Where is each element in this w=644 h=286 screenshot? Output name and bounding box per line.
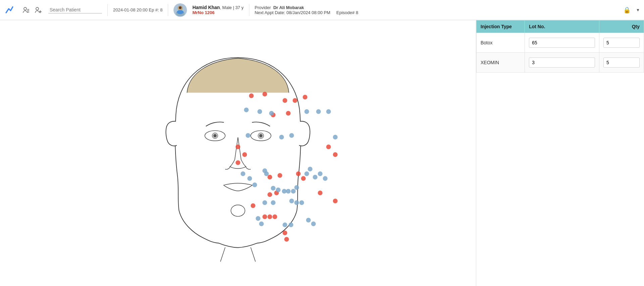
injection-table: Injection Type Lot No. Qty Botox XEOMIN bbox=[476, 20, 644, 73]
injection-dot[interactable] bbox=[269, 111, 274, 116]
col-header-injection: Injection Type bbox=[477, 21, 525, 33]
injection-dot[interactable] bbox=[267, 192, 272, 197]
injection-dot[interactable] bbox=[259, 221, 264, 226]
lot-input-0[interactable] bbox=[529, 38, 595, 48]
injection-dot[interactable] bbox=[316, 109, 321, 114]
patient-info: Hamid Khan, Male | 37 y MrNo 1206 bbox=[192, 5, 243, 15]
injection-dot[interactable] bbox=[333, 199, 338, 203]
injection-dot[interactable] bbox=[249, 93, 254, 98]
injection-dot[interactable] bbox=[333, 135, 338, 139]
header-divider-2 bbox=[168, 4, 168, 16]
injection-dot[interactable] bbox=[293, 98, 297, 103]
injection-dot[interactable] bbox=[289, 222, 293, 227]
face-diagram-container bbox=[120, 29, 355, 278]
avatar bbox=[174, 3, 187, 17]
qty-input-0[interactable] bbox=[603, 38, 640, 48]
svg-point-4 bbox=[36, 7, 39, 10]
injection-dot[interactable] bbox=[279, 135, 284, 139]
injection-dot[interactable] bbox=[294, 200, 299, 205]
injection-dot[interactable] bbox=[294, 185, 299, 190]
injection-dot[interactable] bbox=[286, 111, 291, 116]
injection-dot[interactable] bbox=[267, 214, 272, 219]
main-content: Injection Type Lot No. Qty Botox XEOMIN bbox=[0, 20, 644, 286]
injection-dot[interactable] bbox=[304, 109, 309, 114]
qty-cell[interactable] bbox=[599, 53, 644, 73]
table-row: Botox bbox=[477, 33, 644, 53]
injection-dot[interactable] bbox=[273, 214, 277, 219]
injection-dot[interactable] bbox=[247, 176, 252, 181]
patient-mrno: MrNo 1206 bbox=[192, 10, 243, 15]
add-patient-icon[interactable] bbox=[34, 5, 43, 15]
right-panel: Injection Type Lot No. Qty Botox XEOMIN bbox=[476, 20, 644, 286]
injection-dot[interactable] bbox=[241, 171, 245, 176]
injection-dot[interactable] bbox=[318, 191, 323, 195]
injection-dot[interactable] bbox=[244, 108, 249, 112]
injection-dot[interactable] bbox=[296, 171, 301, 176]
injection-dot[interactable] bbox=[333, 152, 338, 157]
header: 2024-01-08 20:00 Ep #: 8 Hamid Khan, Mal… bbox=[0, 0, 644, 20]
lot-input-1[interactable] bbox=[529, 57, 595, 68]
injection-dot[interactable] bbox=[286, 189, 291, 194]
appt-line: Next Appt Date: 08/Jan/2024 08:00 PM Epi… bbox=[255, 10, 358, 15]
injection-dot[interactable] bbox=[251, 203, 255, 208]
lock-icon: 🔒 bbox=[623, 6, 631, 14]
injection-dot[interactable] bbox=[308, 167, 312, 171]
dropdown-arrow[interactable]: ▼ bbox=[636, 8, 640, 12]
injection-dot[interactable] bbox=[242, 152, 247, 157]
injection-dot[interactable] bbox=[326, 145, 331, 149]
face-diagram-area[interactable] bbox=[0, 20, 476, 286]
injection-dot[interactable] bbox=[304, 171, 309, 176]
header-divider-1 bbox=[107, 4, 108, 16]
injection-dot[interactable] bbox=[301, 176, 306, 181]
col-header-qty: Qty bbox=[599, 21, 644, 33]
provider-line: Provider Dr Ali Mobarak bbox=[255, 5, 358, 10]
injection-dot[interactable] bbox=[256, 216, 260, 221]
injection-dot[interactable] bbox=[289, 133, 294, 138]
svg-point-11 bbox=[177, 10, 184, 14]
injection-dot[interactable] bbox=[262, 92, 267, 96]
injection-dot[interactable] bbox=[262, 214, 267, 219]
svg-point-0 bbox=[24, 7, 27, 10]
injection-dot[interactable] bbox=[271, 200, 276, 205]
injection-dot[interactable] bbox=[283, 222, 287, 227]
injection-dot[interactable] bbox=[276, 188, 281, 192]
svg-point-10 bbox=[179, 6, 182, 9]
injection-dot[interactable] bbox=[311, 221, 316, 226]
injection-dot[interactable] bbox=[306, 218, 311, 222]
qty-cell[interactable] bbox=[599, 33, 644, 53]
injection-dot[interactable] bbox=[283, 98, 287, 103]
patient-list-icon[interactable] bbox=[21, 5, 31, 15]
injection-dot[interactable] bbox=[313, 175, 317, 179]
injection-dot[interactable] bbox=[326, 109, 331, 114]
injection-dot[interactable] bbox=[284, 237, 289, 242]
patient-name: Hamid Khan, Male | 37 y bbox=[192, 5, 243, 10]
col-header-lot: Lot No. bbox=[525, 21, 599, 33]
injection-dot[interactable] bbox=[252, 182, 257, 187]
injection-dot[interactable] bbox=[278, 173, 282, 178]
injection-dot[interactable] bbox=[271, 186, 276, 191]
lot-number-cell[interactable] bbox=[525, 33, 599, 53]
injection-dot[interactable] bbox=[303, 95, 307, 99]
app-logo[interactable] bbox=[4, 4, 16, 16]
header-divider-3 bbox=[249, 4, 249, 16]
injection-dot[interactable] bbox=[246, 133, 250, 138]
nav-icons bbox=[21, 5, 43, 15]
table-row: XEOMIN bbox=[477, 53, 644, 73]
injection-dot[interactable] bbox=[236, 145, 240, 149]
injection-dot[interactable] bbox=[262, 200, 267, 205]
lot-number-cell[interactable] bbox=[525, 53, 599, 73]
episode-info: 2024-01-08 20:00 Ep #: 8 bbox=[113, 7, 162, 12]
injection-type-cell: Botox bbox=[477, 33, 525, 53]
search-patient-input[interactable] bbox=[48, 6, 102, 13]
injection-dot[interactable] bbox=[257, 109, 262, 114]
injection-dot[interactable] bbox=[283, 231, 287, 235]
qty-input-1[interactable] bbox=[603, 57, 640, 68]
provider-info: Provider Dr Ali Mobarak Next Appt Date: … bbox=[255, 5, 358, 15]
injection-dot[interactable] bbox=[299, 200, 304, 205]
injection-dot[interactable] bbox=[318, 171, 323, 176]
injection-dot[interactable] bbox=[289, 199, 294, 203]
injection-table-body: Botox XEOMIN bbox=[477, 33, 644, 73]
injection-dot[interactable] bbox=[323, 176, 328, 181]
injection-dot[interactable] bbox=[291, 189, 296, 194]
injection-dot[interactable] bbox=[236, 160, 240, 165]
